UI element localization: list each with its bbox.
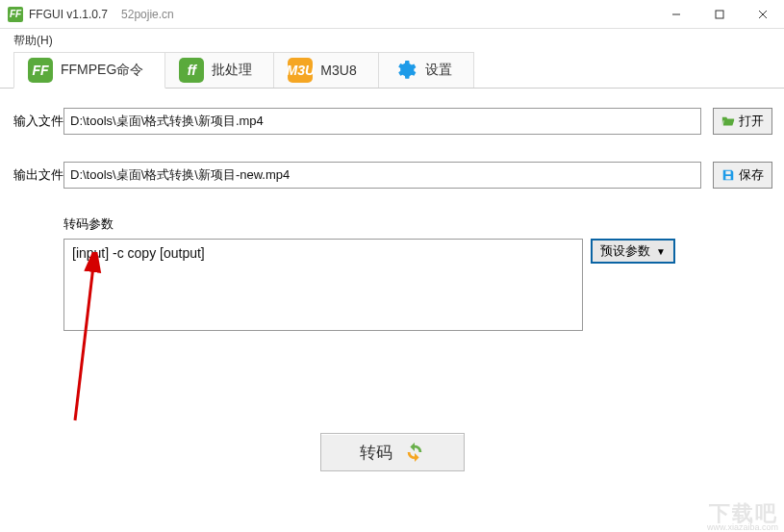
tab-label: M3U8 [320, 63, 356, 78]
input-file-label: 输入文件 [12, 113, 63, 130]
output-file-row: 输出文件 保存 [12, 162, 772, 189]
tab-label: 设置 [425, 62, 452, 79]
save-button-label: 保存 [739, 166, 764, 184]
menu-help[interactable]: 帮助(H) [8, 31, 59, 51]
chevron-down-icon: ▼ [656, 246, 666, 257]
input-file-row: 输入文件 打开 [12, 108, 772, 135]
tabbar: FF FFMPEG命令 ff 批处理 M3U M3U8 设置 [0, 52, 784, 89]
save-icon [721, 168, 735, 182]
ffmpeg-icon: FF [28, 58, 53, 83]
save-button[interactable]: 保存 [713, 162, 772, 189]
maximize-button[interactable] [697, 0, 741, 29]
content-area: 输入文件 打开 输出文件 保存 转码参数 预设参数 ▼ [0, 89, 784, 331]
m3u8-icon: M3U [288, 58, 313, 83]
menubar: 帮助(H) [0, 29, 784, 52]
tab-label: 批处理 [212, 62, 252, 79]
gear-icon [392, 58, 417, 83]
params-label: 转码参数 [63, 215, 772, 233]
window-subtitle: 52pojie.cn [121, 8, 174, 21]
tab-label: FFMPEG命令 [61, 62, 143, 79]
output-file-label: 输出文件 [12, 166, 63, 184]
tab-batch[interactable]: ff 批处理 [165, 52, 274, 88]
tab-ffmpeg[interactable]: FF FFMPEG命令 [13, 52, 165, 89]
folder-open-icon [721, 114, 735, 128]
open-button[interactable]: 打开 [713, 108, 772, 135]
refresh-icon [404, 442, 425, 463]
titlebar: FF FFGUI v1.1.0.7 52pojie.cn [0, 0, 784, 29]
preset-params-button[interactable]: 预设参数 ▼ [591, 239, 675, 264]
minimize-button[interactable] [654, 0, 697, 29]
params-row: 预设参数 ▼ [63, 239, 772, 331]
output-file-field[interactable] [63, 162, 701, 189]
close-button[interactable] [741, 0, 784, 29]
transcode-button-label: 转码 [360, 442, 392, 464]
input-file-field[interactable] [63, 108, 701, 135]
batch-icon: ff [179, 58, 204, 83]
app-icon: FF [8, 7, 23, 22]
window-title: FFGUI v1.1.0.7 [29, 8, 108, 21]
watermark: 下载吧 [709, 499, 778, 528]
svg-rect-1 [716, 11, 723, 18]
tab-m3u8[interactable]: M3U M3U8 [274, 52, 378, 88]
open-button-label: 打开 [739, 113, 764, 130]
transcode-button[interactable]: 转码 [320, 433, 465, 471]
watermark-url: www.xiazaiba.com [707, 522, 778, 532]
params-textarea[interactable] [63, 239, 583, 331]
preset-button-label: 预设参数 [600, 242, 650, 260]
tab-settings[interactable]: 设置 [379, 52, 474, 88]
